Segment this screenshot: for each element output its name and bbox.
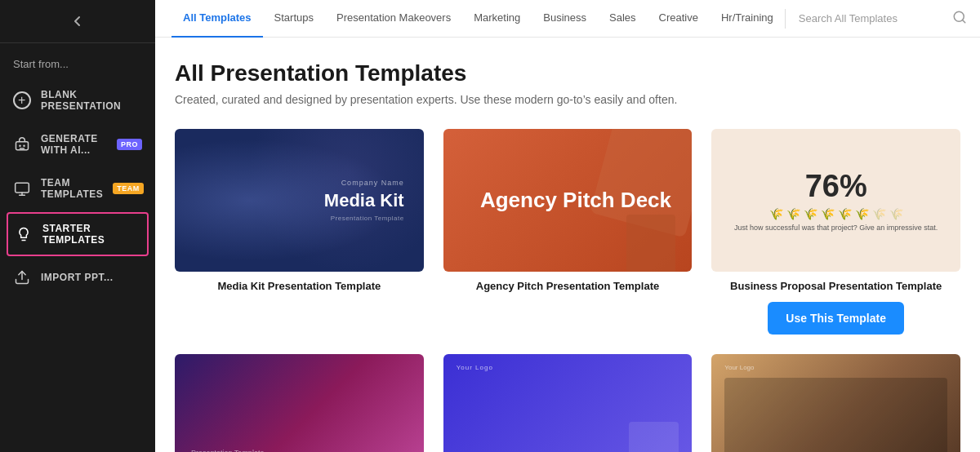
sidebar-item-starter-label: STARTER TEMPLATES xyxy=(42,223,140,246)
search-icon[interactable] xyxy=(952,10,967,28)
wheat-icon-7: 🌾 xyxy=(872,207,886,220)
sidebar-item-team[interactable]: TEAM TEMPLATES TEAM xyxy=(0,166,155,210)
svg-point-2 xyxy=(23,144,25,147)
svg-point-1 xyxy=(19,144,21,147)
upload-icon xyxy=(13,268,31,286)
start-from-label: Start from... xyxy=(0,43,155,78)
pro-badge: PRO xyxy=(117,139,142,150)
event-recap-thumbnail: Presentation Template Event Recap xyxy=(175,354,424,452)
agency-pitch-card-title: Agency Pitch Presentation Template xyxy=(443,280,693,292)
quarterly-business-thumbnail: Your Logo Quarterly Business xyxy=(443,354,693,452)
team-badge: TEAM xyxy=(113,183,144,194)
use-template-button[interactable]: Use This Template xyxy=(768,302,904,335)
tab-hr-training[interactable]: Hr/Training xyxy=(710,0,785,38)
agency-main-label: Agency Pitch Deck xyxy=(464,188,671,212)
sidebar-item-blank-label: BLANK PRESENTATION xyxy=(41,89,142,112)
template-card-third[interactable]: Your Logo xyxy=(711,354,960,452)
template-grid: Company Name Media Kit Presentation Temp… xyxy=(175,129,960,452)
sidebar-item-generate[interactable]: GENERATE WITH AI... PRO xyxy=(0,122,155,166)
template-card-agency-pitch[interactable]: Agency Pitch Deck Agency Pitch Presentat… xyxy=(443,129,693,335)
content-area: All Presentation Templates Created, cura… xyxy=(155,38,980,452)
tab-creative[interactable]: Creative xyxy=(648,0,710,38)
nav-bar: All Templates Startups Presentation Make… xyxy=(155,0,980,38)
svg-rect-3 xyxy=(16,183,29,193)
sidebar-item-generate-label: GENERATE WITH AI... xyxy=(41,133,107,156)
main-content: All Templates Startups Presentation Make… xyxy=(155,0,980,452)
sidebar-item-team-label: TEAM TEMPLATES xyxy=(41,177,103,200)
sidebar-item-import[interactable]: IMPORT PPT... xyxy=(0,258,155,297)
media-kit-company-label: Company Name xyxy=(341,179,404,187)
monitor-icon xyxy=(13,179,31,197)
sidebar: Start from... + BLANK PRESENTATION GENER… xyxy=(0,0,155,452)
sidebar-item-import-label: IMPORT PPT... xyxy=(41,272,114,283)
tab-marketing[interactable]: Marketing xyxy=(462,0,532,38)
robot-icon xyxy=(13,135,31,153)
template-card-business-proposal[interactable]: 76% 🌾 🌾 🌾 🌾 🌾 🌾 🌾 🌾 Just how successful … xyxy=(711,129,960,335)
wheat-icon-8: 🌾 xyxy=(889,207,903,220)
media-kit-sub-label: Presentation Template xyxy=(331,215,404,222)
tab-business[interactable]: Business xyxy=(532,0,598,38)
search-bar xyxy=(785,9,967,29)
template-card-quarterly-business[interactable]: Your Logo Quarterly Business Quarterly B… xyxy=(443,354,693,452)
plus-icon: + xyxy=(13,91,31,109)
media-kit-thumbnail: Company Name Media Kit Presentation Temp… xyxy=(175,129,424,272)
tab-sales[interactable]: Sales xyxy=(598,0,648,38)
sidebar-item-starter[interactable]: STARTER TEMPLATES xyxy=(7,212,149,256)
sidebar-collapse-button[interactable] xyxy=(0,0,155,43)
business-proposal-thumbnail: 76% 🌾 🌾 🌾 🌾 🌾 🌾 🌾 🌾 Just how successful … xyxy=(711,129,960,272)
media-kit-card-title: Media Kit Presentation Template xyxy=(175,280,424,292)
sidebar-item-blank[interactable]: + BLANK PRESENTATION xyxy=(0,78,155,122)
tab-startups[interactable]: Startups xyxy=(263,0,325,38)
search-divider xyxy=(785,9,786,29)
media-kit-main-label: Media Kit xyxy=(324,190,404,211)
business-proposal-card-title: Business Proposal Presentation Template xyxy=(711,280,960,292)
agency-pitch-thumbnail: Agency Pitch Deck xyxy=(443,129,693,272)
search-input[interactable] xyxy=(799,12,946,24)
chevron-left-icon[interactable] xyxy=(68,11,87,31)
tab-all-templates[interactable]: All Templates xyxy=(172,0,263,38)
bulb-icon xyxy=(15,225,33,243)
page-subtitle: Created, curated and designed by present… xyxy=(175,93,960,106)
third-template-thumbnail: Your Logo xyxy=(711,354,960,452)
template-card-media-kit[interactable]: Company Name Media Kit Presentation Temp… xyxy=(175,129,424,335)
tab-presentation-makeovers[interactable]: Presentation Makeovers xyxy=(325,0,462,38)
page-title: All Presentation Templates xyxy=(175,60,960,86)
template-card-event-recap[interactable]: Presentation Template Event Recap Event … xyxy=(175,354,424,452)
